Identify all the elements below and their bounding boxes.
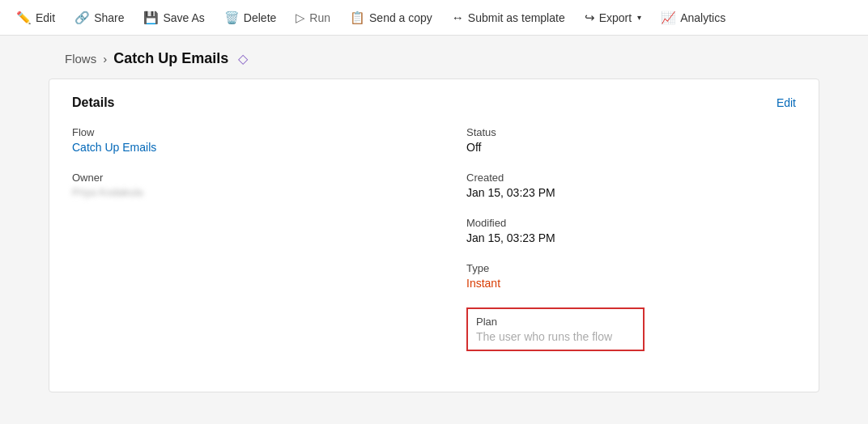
export-icon: ↪ <box>585 11 595 25</box>
type-label: Type <box>466 262 796 274</box>
edit-icon: ✏️ <box>16 11 32 25</box>
export-group: ↪ Export ▾ <box>575 11 651 25</box>
flow-value[interactable]: Catch Up Emails <box>72 141 402 154</box>
details-card: Details Edit Flow Catch Up Emails Owner … <box>49 78 819 392</box>
delete-label: Delete <box>244 11 276 24</box>
submit-template-label: Submit as template <box>468 11 565 24</box>
submit-template-icon: ↔ <box>452 11 464 24</box>
card-header: Details Edit <box>72 95 796 110</box>
flow-label: Flow <box>72 126 402 138</box>
breadcrumb-current: Catch Up Emails <box>113 50 228 67</box>
right-column: Status Off Created Jan 15, 03:23 PM Modi… <box>434 126 796 369</box>
plan-field-wrapper: Plan The user who runs the flow <box>466 307 796 351</box>
share-icon: 🔗 <box>74 11 90 25</box>
run-label: Run <box>309 11 330 24</box>
save-as-button[interactable]: 💾 Save As <box>134 0 214 35</box>
plan-value: The user who runs the flow <box>476 330 635 343</box>
owner-label: Owner <box>72 172 402 184</box>
export-button[interactable]: ↪ Export ▾ <box>575 11 651 25</box>
toolbar: ✏️ Edit 🔗 Share 💾 Save As 🗑️ Delete ▷ Ru… <box>0 0 868 36</box>
created-value: Jan 15, 03:23 PM <box>466 186 796 199</box>
plan-label: Plan <box>476 316 635 328</box>
save-as-label: Save As <box>163 11 204 24</box>
breadcrumb-separator: › <box>103 52 107 66</box>
status-value: Off <box>466 141 796 154</box>
delete-button[interactable]: 🗑️ Delete <box>215 0 286 35</box>
export-label: Export <box>599 11 632 24</box>
breadcrumb: Flows › Catch Up Emails ◇ <box>0 36 868 78</box>
owner-value: Priya Kodakula <box>72 186 402 198</box>
save-as-icon: 💾 <box>143 11 159 25</box>
submit-template-button[interactable]: ↔ Submit as template <box>442 0 575 35</box>
owner-field: Owner Priya Kodakula <box>72 172 402 198</box>
breadcrumb-parent[interactable]: Flows <box>65 52 96 66</box>
analytics-button[interactable]: 📈 Analytics <box>651 0 735 35</box>
run-button[interactable]: ▷ Run <box>286 0 340 35</box>
send-copy-button[interactable]: 📋 Send a copy <box>340 0 442 35</box>
plan-highlight-box: Plan The user who runs the flow <box>466 307 645 351</box>
left-column: Flow Catch Up Emails Owner Priya Kodakul… <box>72 126 434 369</box>
type-field: Type Instant <box>466 262 796 290</box>
analytics-label: Analytics <box>680 11 725 24</box>
card-edit-link[interactable]: Edit <box>777 96 796 109</box>
created-field: Created Jan 15, 03:23 PM <box>466 172 796 199</box>
modified-field: Modified Jan 15, 03:23 PM <box>466 217 796 244</box>
flow-field: Flow Catch Up Emails <box>72 126 402 154</box>
edit-button[interactable]: ✏️ Edit <box>6 0 65 35</box>
delete-icon: 🗑️ <box>224 11 240 25</box>
share-label: Share <box>94 11 124 24</box>
status-field: Status Off <box>466 126 796 154</box>
card-title: Details <box>72 95 114 110</box>
run-icon: ▷ <box>296 11 305 25</box>
modified-value: Jan 15, 03:23 PM <box>466 231 796 244</box>
analytics-icon: 📈 <box>661 11 676 25</box>
created-label: Created <box>466 172 796 184</box>
modified-label: Modified <box>466 217 796 229</box>
share-button[interactable]: 🔗 Share <box>65 0 134 35</box>
send-copy-icon: 📋 <box>350 11 365 25</box>
diamond-icon: ◇ <box>238 51 248 66</box>
type-value: Instant <box>466 277 796 290</box>
details-grid: Flow Catch Up Emails Owner Priya Kodakul… <box>72 126 796 369</box>
send-copy-label: Send a copy <box>369 11 432 24</box>
export-chevron-icon: ▾ <box>637 13 641 22</box>
status-label: Status <box>466 126 796 138</box>
edit-label: Edit <box>36 11 55 24</box>
